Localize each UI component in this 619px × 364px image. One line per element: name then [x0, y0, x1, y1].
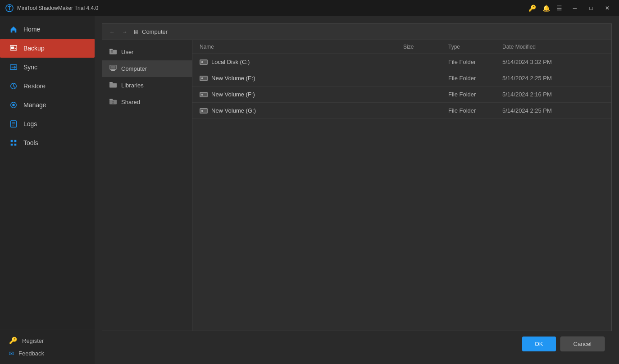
sidebar-item-backup[interactable]: Backup: [0, 39, 95, 58]
file-row-date: 5/14/2024 2:25 PM: [502, 75, 604, 82]
tree-item-shared-label: Shared: [121, 99, 140, 105]
sidebar-item-restore[interactable]: Restore: [0, 77, 95, 96]
menu-icon[interactable]: ☰: [556, 5, 562, 12]
tree-item-user[interactable]: User: [102, 44, 192, 60]
backup-icon: [9, 44, 18, 53]
file-row-type: File Folder: [448, 107, 502, 114]
table-row[interactable]: New Volume (F:) File Folder 5/14/2024 2:…: [192, 86, 611, 103]
file-name-text: Local Disk (C:): [211, 59, 250, 65]
close-button[interactable]: ✕: [601, 2, 614, 14]
table-row[interactable]: Local Disk (C:) File Folder 5/14/2024 3:…: [192, 54, 611, 70]
file-name-text: New Volume (E:): [211, 75, 255, 82]
tree-pane: User Computer: [102, 40, 192, 331]
table-row[interactable]: New Volume (G:) File Folder 5/14/2024 2:…: [192, 103, 611, 119]
sidebar: Home Backup: [0, 16, 95, 364]
register-item[interactable]: 🔑 Register: [9, 337, 86, 345]
svg-rect-19: [109, 83, 117, 88]
file-row-date: 5/14/2024 2:25 PM: [502, 107, 604, 114]
file-list-header: Name Size Type Date Modified: [192, 40, 611, 54]
tree-item-libraries[interactable]: Libraries: [102, 77, 192, 94]
svg-rect-11: [11, 140, 13, 142]
header-type: Type: [448, 44, 502, 50]
sidebar-item-home-label: Home: [23, 26, 40, 33]
file-row-date: 5/14/2024 3:32 PM: [502, 59, 604, 65]
sidebar-item-logs[interactable]: Logs: [0, 114, 95, 133]
dialog-footer: OK Cancel: [102, 331, 612, 357]
feedback-label: Feedback: [18, 350, 44, 357]
tree-item-libraries-label: Libraries: [121, 82, 144, 89]
drive-icon: [200, 76, 208, 81]
feedback-item[interactable]: ✉ Feedback: [9, 350, 86, 357]
register-icon: 🔑: [9, 337, 18, 345]
sidebar-item-manage[interactable]: Manage: [0, 96, 95, 114]
sidebar-bottom: 🔑 Register ✉ Feedback: [0, 329, 95, 364]
file-row-date: 5/14/2024 2:16 PM: [502, 91, 604, 98]
tools-icon: [9, 138, 18, 147]
header-date: Date Modified: [502, 44, 604, 50]
file-row-name: Local Disk (C:): [200, 59, 403, 65]
titlebar-icons: 🔑 🔔 ☰: [528, 5, 562, 12]
shared-icon: [109, 98, 117, 106]
restore-icon: [9, 82, 18, 91]
sidebar-item-sync[interactable]: Sync: [0, 58, 95, 77]
sidebar-item-tools-label: Tools: [23, 139, 38, 146]
back-button[interactable]: ←: [108, 28, 117, 36]
app-body: Home Backup: [0, 16, 619, 364]
file-row-name: New Volume (F:): [200, 91, 403, 98]
drive-icon: [200, 108, 208, 114]
sidebar-item-home[interactable]: Home: [0, 20, 95, 39]
window-controls: ─ □ ✕: [569, 2, 614, 14]
svg-rect-15: [109, 50, 117, 55]
svg-rect-14: [14, 144, 17, 146]
file-dialog: ← → 🖥 Computer: [102, 23, 612, 331]
sidebar-item-backup-label: Backup: [23, 45, 45, 52]
forward-button[interactable]: →: [120, 28, 129, 36]
file-list-pane: Name Size Type Date Modified Local Disk …: [192, 40, 611, 331]
sidebar-item-tools[interactable]: Tools: [0, 133, 95, 152]
sidebar-nav: Home Backup: [0, 16, 95, 329]
logs-icon: [9, 119, 18, 128]
tree-item-computer[interactable]: Computer: [102, 60, 192, 77]
home-icon: [9, 25, 18, 34]
libraries-icon: [109, 82, 117, 89]
user-folder-icon: [109, 48, 117, 56]
file-row-name: New Volume (E:): [200, 75, 403, 82]
titlebar: MiniTool ShadowMaker Trial 4.4.0 🔑 🔔 ☰ ─…: [0, 0, 619, 16]
register-label: Register: [22, 337, 44, 344]
drive-icon: [200, 92, 208, 97]
tree-item-computer-label: Computer: [121, 65, 147, 72]
svg-point-6: [12, 104, 14, 106]
svg-rect-18: [111, 66, 116, 68]
minimize-button[interactable]: ─: [569, 2, 581, 14]
sidebar-item-sync-label: Sync: [23, 64, 37, 71]
header-size: Size: [403, 44, 448, 50]
file-list: Local Disk (C:) File Folder 5/14/2024 3:…: [192, 54, 611, 331]
sidebar-item-restore-label: Restore: [23, 82, 46, 90]
tree-item-user-label: User: [121, 49, 133, 55]
header-name: Name: [200, 44, 403, 50]
app-logo: [5, 4, 14, 12]
computer-tree-icon: [109, 65, 117, 73]
sidebar-item-manage-label: Manage: [23, 101, 46, 109]
svg-rect-13: [11, 144, 13, 146]
feedback-icon: ✉: [9, 350, 14, 357]
computer-icon: 🖥: [133, 28, 139, 36]
cancel-button[interactable]: Cancel: [560, 337, 605, 351]
drive-icon: [200, 59, 208, 65]
breadcrumb-bar: ← → 🖥 Computer: [102, 24, 611, 40]
file-name-text: New Volume (G:): [211, 107, 256, 114]
svg-rect-2: [11, 46, 14, 49]
notification-icon[interactable]: 🔔: [542, 5, 550, 12]
sidebar-item-logs-label: Logs: [23, 120, 37, 127]
maximize-button[interactable]: □: [585, 2, 597, 14]
file-row-type: File Folder: [448, 59, 502, 65]
svg-point-16: [111, 50, 113, 51]
manage-icon: [9, 100, 18, 109]
table-row[interactable]: New Volume (E:) File Folder 5/14/2024 2:…: [192, 70, 611, 86]
sync-icon: [9, 63, 18, 72]
tree-item-shared[interactable]: Shared: [102, 94, 192, 110]
ok-button[interactable]: OK: [522, 337, 556, 351]
file-browser: User Computer: [102, 40, 611, 331]
file-row-type: File Folder: [448, 75, 502, 82]
key-icon[interactable]: 🔑: [528, 5, 536, 12]
